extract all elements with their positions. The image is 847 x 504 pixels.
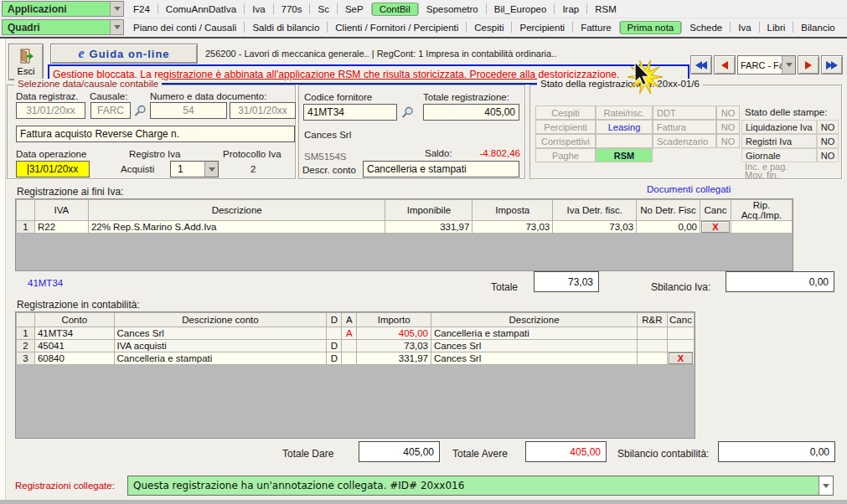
causale-nav-select[interactable]: FARC - Fa [737,55,796,75]
rr-cell[interactable] [637,340,667,352]
stato-leasing[interactable]: Leasing [596,120,653,134]
chevron-down-icon[interactable] [110,2,123,16]
search-icon[interactable] [401,106,414,119]
dare-cell[interactable]: D [327,352,342,365]
avere-cell[interactable] [342,352,357,365]
first-record-button[interactable] [690,55,712,75]
menu-item-iva[interactable]: Iva [245,3,272,16]
menu-item-bileuropeo[interactable]: Bil_Europeo [487,3,555,16]
descrizione-cell[interactable]: Cances Srl [431,352,638,365]
menu-item-sc[interactable]: Sc [310,3,336,16]
menu-item-saldi-bilancio[interactable]: Saldi di bilancio [245,21,327,34]
menu-item-fatture[interactable]: Fatture [573,21,618,34]
descr-conto-cell[interactable]: IVA acquisti [114,340,327,352]
codice-fornitore-field[interactable]: 41MT34 [303,104,397,121]
rip-cell[interactable] [731,221,792,234]
iva-col-imponibile: Imponibile [385,200,473,221]
chevron-down-icon[interactable] [782,56,795,74]
menu-item-prima-nota-active[interactable]: Prima nota [620,21,682,34]
next-record-button[interactable] [798,55,819,75]
iva-descrizione-cell[interactable]: 22% Rep.S.Marino S.Add.Iva [88,221,385,234]
dare-cell[interactable] [327,327,342,340]
menu-item-bilancio[interactable]: Bilancio [793,21,842,34]
importo-cell[interactable]: 73,03 [357,340,431,352]
stato-registrazione-group: Stato della registrazione n. 20xx-01/6 C… [529,85,842,179]
row-number: 1 [17,327,35,340]
totale-registrazione-field[interactable]: 405,00 [423,104,519,121]
imponibile-cell[interactable]: 331,97 [385,221,473,234]
descrizione-causale-field[interactable]: Fattura acquisto Reverse Charge n. [16,126,295,142]
stato-rsm-badge[interactable]: RSM [596,148,653,162]
menu-item-schede[interactable]: Schede [682,21,730,34]
documenti-collegati-link[interactable]: Documenti collegati [647,184,731,194]
data-registraz-label: Data registraz. [16,91,79,101]
canc-cell[interactable] [667,327,694,340]
descrizione-cell[interactable]: Cancelleria e stampati [431,327,638,340]
menu-item-contbil-active[interactable]: ContBil [372,3,418,16]
chevron-down-icon[interactable] [204,162,218,177]
cont-col-descrizione: Descrizione [431,313,638,327]
left-edge-strip [0,39,6,504]
active-cell-reference[interactable]: 41MT34 [28,278,63,288]
selezione-group-title: Selezione data/causale contabile [14,79,162,89]
conto-cell[interactable]: 45041 [34,340,114,352]
dare-cell[interactable]: D [327,340,342,352]
menu-item-770s[interactable]: 770s [274,3,310,16]
iva-code-cell[interactable]: R22 [34,221,88,234]
menu-item-cespiti[interactable]: Cespiti [467,21,511,34]
avere-cell[interactable]: A [342,327,357,340]
data-operazione-field[interactable]: 31/01/20xx [16,161,90,177]
cont-table-row: 1 41MT34 Cances Srl A 405,00 Cancelleria… [17,327,695,340]
search-icon[interactable] [134,105,147,117]
importo-cell[interactable]: 405,00 [357,327,431,340]
rr-cell[interactable] [637,327,667,340]
causale-field[interactable]: FARC [90,102,131,119]
data-documento-field[interactable]: 31/01/20xx [230,102,296,119]
fornitore-ragione-sociale: Cances Srl [304,130,351,140]
menu-item-rsm[interactable]: RSM [587,3,624,16]
menu-item-clienti-fornitori[interactable]: Clienti / Fornitori / Percipienti [328,21,466,34]
no-detr-cell[interactable]: 0,00 [637,221,700,234]
menu-item-libri[interactable]: Libri [760,21,793,34]
delete-row-button[interactable]: X [701,221,730,233]
descrizione-cell[interactable]: Cances Srl [431,340,638,352]
quadri-dropdown[interactable]: Quadri [2,19,124,35]
descr-conto-cell[interactable]: Cancelleria e stampati [114,352,327,365]
stato-ddt-value: NO [716,105,740,120]
esci-button[interactable]: Esci [8,44,44,80]
chevron-down-icon[interactable] [110,20,123,34]
registro-iva-select[interactable]: 1 [170,161,219,177]
descr-conto-cell[interactable]: Cances Srl [114,327,327,340]
rr-cell[interactable] [637,352,667,365]
stampe-giornale-value: NO [817,148,839,162]
data-registrazione-field[interactable]: 31/01/20xx [16,102,85,119]
guida-online-button[interactable]: e Guida on-line [50,44,198,64]
descr-conto-field[interactable]: Cancelleria e stampati [363,161,519,177]
menu-item-iva-quadro[interactable]: Iva [731,21,758,34]
last-record-button[interactable] [821,55,843,75]
avere-cell[interactable] [342,340,357,352]
delete-row-button[interactable]: X [669,352,693,364]
chevron-down-icon[interactable] [819,476,833,495]
previous-record-button[interactable] [714,55,736,75]
menu-item-spesometro[interactable]: Spesometro [419,3,486,16]
menu-item-irap[interactable]: Irap [555,3,586,16]
canc-cell[interactable] [667,340,694,352]
menu-item-f24[interactable]: F24 [126,3,158,16]
menu-item-comuanndativa[interactable]: ComuAnnDatIva [158,3,244,16]
menu-item-percipienti[interactable]: Percipienti [512,21,572,34]
stato-fattura-label: Fattura [653,120,716,134]
imposta-cell[interactable]: 73,03 [473,221,553,234]
conto-cell[interactable]: 60840 [34,352,114,365]
menu-item-sep[interactable]: SeP [338,3,371,16]
record-navigation: FARC - Fa [690,55,843,75]
totale-avere-box: 405,00 [525,441,607,462]
numero-documento-field[interactable]: 54 [150,102,227,119]
registrazioni-collegate-select[interactable]: Questa registrazione ha un'annotazione c… [127,476,834,496]
fornitore-group: Codice fornitore 41MT34 Totale registraz… [298,85,525,179]
menu-item-piano-conti[interactable]: Piano dei conti / Causali [126,21,244,34]
applicazioni-dropdown[interactable]: Applicazioni [2,1,124,17]
conto-cell[interactable]: 41MT34 [34,327,114,340]
importo-cell[interactable]: 331,97 [357,352,431,365]
iva-detr-cell[interactable]: 73,03 [553,221,637,234]
